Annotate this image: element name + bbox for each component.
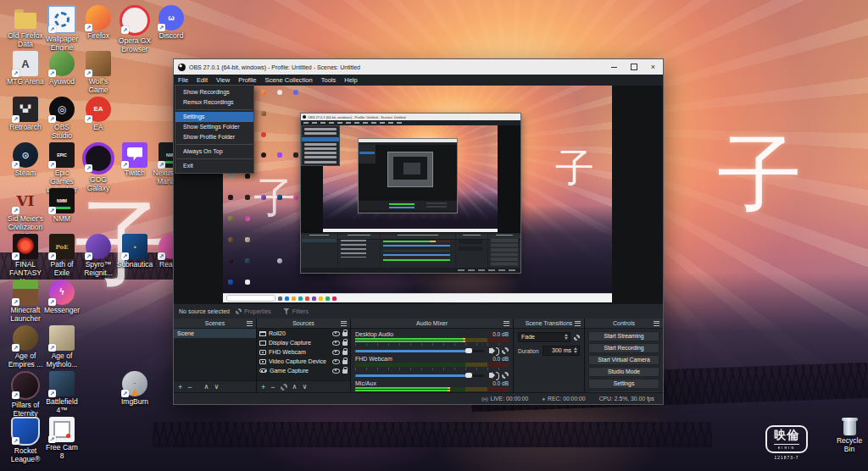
file-menu-item-remux-recordings[interactable]: Remux Recordings	[175, 97, 253, 108]
menu-edit[interactable]: Edit	[192, 76, 212, 84]
speaker-icon[interactable]	[489, 373, 492, 378]
source-row-game-capture[interactable]: Game Capture	[257, 366, 350, 375]
desktop-icon-imgburn[interactable]: ·↗ImgBurn	[116, 371, 153, 407]
settings-button[interactable]: Settings	[588, 379, 659, 389]
lock-icon[interactable]	[342, 332, 348, 336]
visibility-eye-icon[interactable]	[332, 341, 340, 346]
desktop-icon-wolfs-game[interactable]: ↗Wolf's Game	[80, 51, 117, 95]
desktop-icon-age-of-mythology[interactable]: ↗Age of Mytholo...	[43, 325, 81, 369]
menu-tools[interactable]: Tools	[317, 76, 341, 84]
lock-icon[interactable]	[342, 341, 348, 346]
desktop-icon-battlefield-4[interactable]: ↗Battlefield 4™	[43, 371, 81, 415]
desktop-icon-old-firefox-data[interactable]: Old Firefox Data	[7, 5, 44, 49]
desktop-icon-age-of-empires[interactable]: ↗Age of Empires ...	[7, 325, 44, 369]
obs-titlebar[interactable]: OBS 27.0.1 (64-bit, windows) - Profile: …	[174, 59, 663, 75]
start-streaming-button[interactable]: Start Streaming	[588, 331, 659, 341]
visibility-eye-icon[interactable]	[332, 368, 340, 374]
desktop-icon-ea[interactable]: EA↗EA	[80, 97, 117, 132]
desktop-icon-retroarch[interactable]: ▚▞↗Retroarch	[7, 97, 44, 132]
desktop-icon-firefox[interactable]: ↗Firefox	[80, 5, 117, 41]
hamburger-icon[interactable]	[341, 321, 347, 326]
desktop-icon-ayuwod[interactable]: ↗Ayuwod	[43, 51, 81, 86]
volume-slider[interactable]	[355, 350, 484, 352]
desktop-icon-nmm[interactable]: NMM↗NMM	[43, 188, 81, 224]
add-source-button[interactable]: +	[261, 383, 265, 391]
studio-mode-button[interactable]: Studio Mode	[588, 367, 659, 377]
menu-file[interactable]: File	[174, 76, 192, 84]
move-source-up-button[interactable]: ∧	[292, 383, 298, 391]
desktop-icon-twitch[interactable]: ↗Twitch	[116, 142, 153, 178]
move-scene-down-button[interactable]: ∨	[214, 383, 219, 391]
remove-source-button[interactable]: −	[270, 383, 275, 391]
hamburger-icon[interactable]	[247, 321, 253, 326]
hamburger-icon[interactable]	[575, 321, 581, 326]
menu-help[interactable]: Help	[340, 76, 361, 84]
lock-icon[interactable]	[342, 369, 348, 374]
close-button[interactable]: ×	[643, 59, 663, 75]
lock-icon[interactable]	[342, 351, 348, 355]
desktop: 子 子 映倫 EIRIN 121873-7 Recycle Bin Old Fi…	[0, 0, 868, 471]
file-menu-item-show-profile-folder[interactable]: Show Profile Folder	[175, 132, 253, 142]
desktop-icon-minecraft[interactable]: ↗Minecraft Launcher	[7, 280, 44, 324]
visibility-eye-icon[interactable]	[332, 331, 340, 336]
volume-slider[interactable]	[355, 374, 484, 377]
source-row-roll20[interactable]: Roll20	[257, 329, 350, 338]
move-source-down-button[interactable]: ∨	[302, 383, 307, 391]
file-menu-item-show-recordings[interactable]: Show Recordings	[175, 87, 253, 97]
add-scene-button[interactable]: +	[178, 383, 182, 391]
desktop-icon-path-of-exile[interactable]: PoE↗Path of Exile	[43, 234, 81, 278]
maximize-button[interactable]	[624, 59, 643, 75]
desktop-icon-spyro[interactable]: ↗Spyro™ Reignit...	[80, 234, 117, 278]
slider-handle[interactable]	[465, 373, 472, 378]
scene-list-item[interactable]: Scene	[174, 329, 256, 338]
filters-button[interactable]: Filters	[277, 307, 314, 317]
file-menu-item-exit[interactable]: Exit	[175, 161, 253, 171]
visibility-eye-icon[interactable]	[332, 350, 340, 355]
menu-profile[interactable]: Profile	[234, 76, 260, 84]
desktop-icon-subnautica[interactable]: ●↗Subnautica	[116, 234, 153, 269]
desktop-icon-free-cam-8[interactable]: ↗Free Cam 8	[43, 417, 81, 461]
hamburger-icon[interactable]	[654, 321, 659, 326]
desktop-icon-pillars-of-eternity[interactable]: ↗Pillars of Eternity	[7, 371, 44, 418]
remove-scene-button[interactable]: −	[187, 383, 192, 391]
visibility-eye-icon[interactable]	[332, 359, 340, 364]
start-recording-button[interactable]: Start Recording	[588, 343, 659, 353]
desktop-icon-wallpaper-engine[interactable]: ↗Wallpaper Engine	[43, 5, 81, 53]
channel-gear-icon[interactable]	[502, 372, 509, 379]
desktop-icon-gog-galaxy[interactable]: ↗GOG Galaxy	[80, 142, 117, 193]
recycle-bin-icon[interactable]: Recycle Bin	[831, 420, 868, 454]
desktop-icon-epic-games[interactable]: EPIC↗Epic Games Launcher	[43, 142, 81, 194]
file-menu-item-always-on-top[interactable]: Always On Top	[175, 147, 253, 157]
channel-gear-icon[interactable]	[502, 347, 509, 354]
desktop-icon-opera-gx[interactable]: ↗Opera GX Browser	[116, 5, 153, 54]
desktop-icon-obs-studio[interactable]: ◎↗OBS Studio	[43, 97, 81, 141]
source-row-fhd-webcam[interactable]: FHD Webcam	[257, 347, 350, 357]
minimize-button[interactable]	[604, 59, 624, 75]
spin-arrows-icon	[574, 347, 577, 353]
speaker-icon[interactable]	[489, 348, 492, 353]
duration-spinbox[interactable]: 300 ms	[542, 346, 580, 356]
menu-scene-collection[interactable]: Scene Collection	[260, 76, 316, 84]
desktop-icon-steam[interactable]: ⊙↗Steam	[7, 142, 44, 178]
desktop-icon-discord[interactable]: ω↗Discord	[153, 5, 190, 41]
source-properties-icon[interactable]	[281, 384, 287, 391]
desktop-icon-rocket-league[interactable]: ↗Rocket League®	[7, 417, 44, 464]
file-menu-item-show-settings-folder[interactable]: Show Settings Folder	[175, 122, 253, 132]
file-menu-item-settings[interactable]: Settings	[175, 112, 253, 122]
desktop-icon-civilization-vi[interactable]: VI↗Sid Meier's Civilization VI	[7, 188, 44, 240]
transition-gear-icon[interactable]	[574, 335, 580, 341]
move-scene-up-button[interactable]: ∧	[204, 383, 209, 391]
hamburger-icon[interactable]	[504, 321, 509, 326]
meter-scale-ticks	[355, 343, 509, 346]
slider-handle[interactable]	[465, 348, 472, 353]
desktop-icon-messenger[interactable]: ϟ↗Messenger	[43, 280, 81, 315]
properties-button[interactable]: Properties	[230, 307, 277, 316]
lock-icon[interactable]	[342, 360, 348, 364]
menu-view[interactable]: View	[212, 76, 234, 84]
source-row-display-capture[interactable]: Display Capture	[257, 338, 350, 347]
desktop-icon-mtg-arena[interactable]: A↗MTG Arena	[7, 51, 44, 86]
start-virtual-camera-button[interactable]: Start Virtual Camera	[588, 355, 659, 365]
source-row-video-capture-device[interactable]: Video Capture Device	[257, 357, 350, 366]
desktop-icon-final-fantasy[interactable]: ↗FINAL FANTASY X...	[7, 234, 44, 285]
transition-select[interactable]: Fade	[518, 332, 570, 342]
